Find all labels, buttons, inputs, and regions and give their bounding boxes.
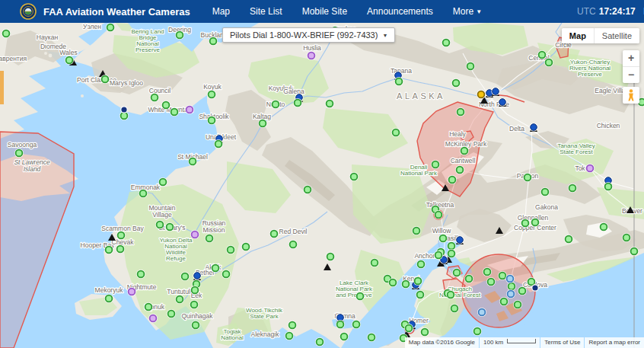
camera-site-marker-purple[interactable] xyxy=(127,287,136,296)
camera-site-marker-green[interactable] xyxy=(455,165,464,174)
camera-site-marker-purple[interactable] xyxy=(307,51,316,60)
camera-site-marker-lightblue[interactable] xyxy=(505,274,515,283)
camera-site-marker-lightblue[interactable] xyxy=(506,289,515,299)
camera-site-marker-green[interactable] xyxy=(367,333,376,342)
camera-site-marker-purple[interactable] xyxy=(148,314,158,323)
camera-site-marker-green[interactable] xyxy=(451,78,461,88)
camera-site-marker-green[interactable] xyxy=(190,286,199,295)
camera-site-marker-green[interactable] xyxy=(303,185,312,194)
camera-site-marker-green[interactable] xyxy=(150,93,159,102)
menu-item-map[interactable]: Map xyxy=(202,6,240,17)
weather-station-marker[interactable] xyxy=(455,235,464,244)
camera-site-marker-green[interactable] xyxy=(438,234,448,243)
camera-site-marker-green[interactable] xyxy=(161,101,171,110)
camera-site-marker-green[interactable] xyxy=(431,160,440,169)
menu-item-site-list[interactable]: Site List xyxy=(240,6,292,17)
camera-site-marker-green[interactable] xyxy=(340,332,349,341)
camera-site-marker-green[interactable] xyxy=(434,210,443,219)
camera-site-marker-green[interactable] xyxy=(293,98,302,107)
weather-station-marker[interactable] xyxy=(498,97,506,107)
camera-site-marker-green[interactable] xyxy=(622,233,631,242)
camera-site-marker-green[interactable] xyxy=(604,182,613,191)
weather-station-marker[interactable] xyxy=(529,123,537,132)
camera-site-marker-green[interactable] xyxy=(473,327,482,336)
camera-site-marker-green[interactable] xyxy=(394,77,403,86)
camera-site-marker-green[interactable] xyxy=(349,172,359,181)
satellite-view-button[interactable]: Satellite xyxy=(594,28,639,43)
camera-site-marker-green[interactable] xyxy=(568,184,577,193)
camera-site-marker-green[interactable] xyxy=(325,99,334,108)
camera-site-marker-green[interactable] xyxy=(170,107,179,117)
camera-site-marker-green[interactable] xyxy=(100,75,110,84)
camera-site-marker-green[interactable] xyxy=(464,274,473,283)
camera-site-marker-green[interactable] xyxy=(388,278,397,287)
zoom-in-button[interactable]: + xyxy=(623,50,639,66)
camera-site-marker-green[interactable] xyxy=(442,38,451,47)
camera-site-marker-green[interactable] xyxy=(499,297,509,306)
terms-of-use-link[interactable]: Terms of Use xyxy=(540,337,584,348)
camera-site-marker-green[interactable] xyxy=(434,251,443,260)
camera-site-marker-green[interactable] xyxy=(289,240,298,249)
camera-site-marker-green[interactable] xyxy=(207,90,216,99)
menu-item-announcements[interactable]: Announcements xyxy=(357,6,443,17)
camera-site-marker-green[interactable] xyxy=(209,37,218,46)
camera-site-marker-green[interactable] xyxy=(222,270,231,279)
camera-site-marker-green[interactable] xyxy=(326,252,335,261)
camera-site-marker-green[interactable] xyxy=(452,268,461,277)
menu-item-mobile-site[interactable]: Mobile Site xyxy=(292,6,357,17)
camera-site-marker-green[interactable] xyxy=(412,226,421,235)
camera-site-marker-green[interactable] xyxy=(104,245,113,254)
camera-site-marker-green[interactable] xyxy=(370,258,379,267)
camera-site-marker-green[interactable] xyxy=(336,320,345,329)
camera-site-marker-green[interactable] xyxy=(466,62,475,71)
camera-site-marker-blue[interactable] xyxy=(532,285,538,291)
camera-site-marker-green[interactable] xyxy=(446,290,455,299)
camera-site-marker-green[interactable] xyxy=(241,242,250,251)
camera-site-marker-green[interactable] xyxy=(486,277,496,286)
camera-site-marker-green[interactable] xyxy=(513,300,522,309)
camera-site-marker-green[interactable] xyxy=(106,23,115,32)
camera-site-marker-green[interactable] xyxy=(14,148,24,158)
camera-site-marker-green[interactable] xyxy=(450,304,459,313)
camera-site-marker-green[interactable] xyxy=(104,294,113,303)
camera-site-marker-green[interactable] xyxy=(599,222,608,231)
map-view-button[interactable]: Map xyxy=(562,28,594,43)
camera-site-marker-green[interactable] xyxy=(288,321,297,330)
camera-site-marker-purple[interactable] xyxy=(585,164,595,173)
camera-site-marker-green[interactable] xyxy=(523,173,532,182)
camera-site-marker-green[interactable] xyxy=(401,279,410,289)
camera-site-marker-green[interactable] xyxy=(391,128,400,137)
camera-site-marker-green[interactable] xyxy=(352,320,361,329)
camera-site-marker-green[interactable] xyxy=(269,229,279,238)
camera-site-marker-green[interactable] xyxy=(537,50,547,59)
camera-site-marker-green[interactable] xyxy=(540,187,550,196)
camera-site-marker-green[interactable] xyxy=(531,218,540,227)
camera-site-marker-green[interactable] xyxy=(158,177,167,187)
camera-site-marker-green[interactable] xyxy=(165,222,174,231)
camera-site-marker-green[interactable] xyxy=(420,327,429,337)
camera-site-marker-green[interactable] xyxy=(207,116,216,125)
camera-site-marker-green[interactable] xyxy=(285,331,294,340)
zoom-out-button[interactable]: − xyxy=(623,66,639,83)
camera-site-marker-green[interactable] xyxy=(456,107,465,117)
camera-site-marker-green[interactable] xyxy=(271,100,280,109)
camera-site-marker-green[interactable] xyxy=(211,263,220,273)
camera-site-marker-green[interactable] xyxy=(483,267,492,276)
camera-site-marker-green[interactable] xyxy=(167,309,176,318)
weather-station-marker[interactable] xyxy=(491,87,499,96)
camera-site-marker-green[interactable] xyxy=(214,139,223,148)
camera-site-marker-green[interactable] xyxy=(521,219,530,228)
camera-site-marker-yellow[interactable] xyxy=(477,90,486,99)
alaska-map[interactable]: УэленНауканDiomedeЛаврентияWalesPort Cla… xyxy=(0,23,644,348)
camera-site-marker-green[interactable] xyxy=(355,292,365,301)
camera-site-marker-purple[interactable] xyxy=(185,105,194,114)
camera-site-marker-green[interactable] xyxy=(205,234,214,243)
camera-site-marker-green[interactable] xyxy=(116,244,125,254)
camera-site-marker-green[interactable] xyxy=(136,270,145,279)
camera-site-marker-green[interactable] xyxy=(518,286,527,295)
camera-site-marker-green[interactable] xyxy=(65,56,74,65)
camera-site-marker-green[interactable] xyxy=(188,157,197,166)
weather-station-marker[interactable] xyxy=(193,271,201,280)
map-container[interactable]: УэленНауканDiomedeЛаврентияWalesPort Cla… xyxy=(0,23,644,348)
camera-site-marker-green[interactable] xyxy=(447,249,456,258)
